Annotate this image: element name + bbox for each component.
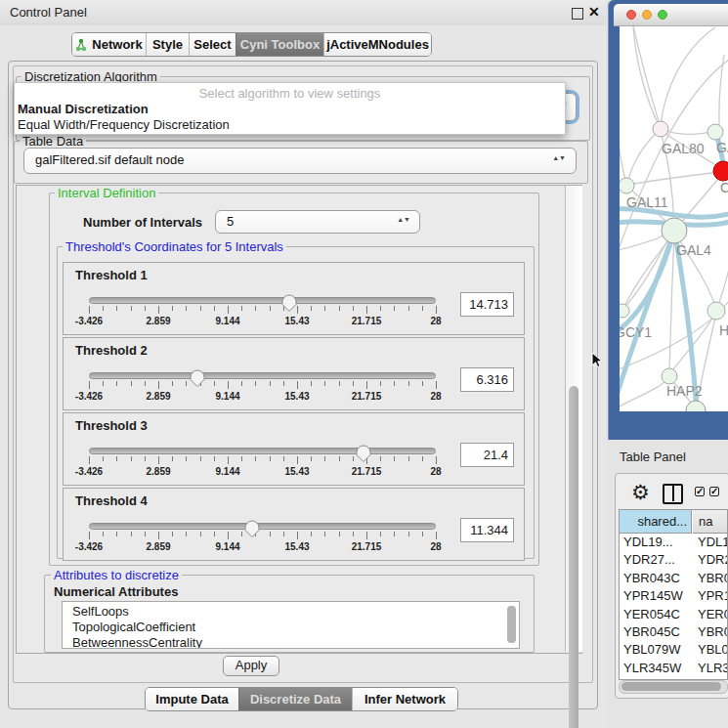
interval-definition-label: Interval Definition: [55, 186, 158, 200]
tick-label: -3.426: [75, 391, 103, 402]
tab-network[interactable]: Network: [72, 33, 146, 56]
threshold-value-field[interactable]: 6.316: [460, 367, 514, 392]
threshold-label: Threshold 2: [75, 343, 148, 358]
network-node[interactable]: [707, 124, 723, 140]
tick-mark: [436, 306, 437, 314]
table-row[interactable]: YLR345WYLR3: [620, 661, 727, 678]
vertical-scrollbar[interactable]: [565, 186, 582, 652]
network-node[interactable]: [713, 161, 728, 181]
column-header-shared-name[interactable]: shared...: [620, 510, 692, 534]
tick-mark: [394, 306, 395, 311]
table-data-combobox[interactable]: galFiltered.sif default node ▲▼: [23, 148, 577, 174]
tick-label: 28: [430, 316, 441, 326]
tab-style[interactable]: Style: [146, 33, 189, 56]
threshold-value-field[interactable]: 14.713: [460, 292, 514, 317]
attributes-scrollbar-thumb[interactable]: [507, 606, 516, 643]
tab-infer-network[interactable]: Infer Network: [352, 688, 457, 710]
table-row[interactable]: YBL079WYBL0: [620, 642, 727, 660]
columns-icon[interactable]: [663, 484, 683, 504]
tick-mark: [186, 306, 187, 311]
tick-label: 21.715: [352, 466, 382, 477]
tick-mark: [131, 532, 132, 536]
attribute-item-betweennesscentrality[interactable]: BetweennessCentrality: [72, 635, 202, 649]
checkbox-icon[interactable]: ✓: [709, 487, 719, 496]
cell-shared-name: YBR043C: [623, 571, 680, 585]
network-edge: [633, 26, 659, 121]
table-row[interactable]: YBR043CYBR0: [620, 571, 727, 588]
tick-mark: [283, 456, 284, 461]
tick-mark: [131, 306, 132, 311]
tick-mark: [380, 532, 381, 536]
threshold-value-field[interactable]: 21.4: [460, 443, 514, 467]
column-header-name[interactable]: na: [693, 510, 728, 534]
slider-thumb[interactable]: [280, 293, 298, 313]
attributes-group-label: Attributes to discretize: [51, 568, 182, 582]
vertical-scrollbar-thumb[interactable]: [569, 386, 578, 728]
close-traffic-light-icon[interactable]: [626, 10, 636, 20]
tick-label: 9.144: [215, 541, 239, 552]
table-row[interactable]: YER054CYER0: [620, 607, 727, 624]
slider-thumb[interactable]: [243, 519, 261, 538]
table-body: YDL19...YDL1YDR27...YDR2YBR043CYBR0YPR14…: [620, 535, 727, 679]
network-node[interactable]: [707, 302, 725, 320]
checkbox-icon[interactable]: ✓: [695, 487, 705, 496]
slider-thumb[interactable]: [189, 368, 206, 388]
tick-label: 15.43: [284, 391, 309, 402]
tick-label: 28: [430, 391, 441, 402]
network-node[interactable]: [662, 368, 677, 384]
table-row[interactable]: YPR145WYPR1: [620, 588, 727, 606]
network-canvas[interactable]: GAL80GACGAL11GAL4GCY1HHAP2: [620, 26, 728, 411]
tick-mark: [214, 381, 215, 386]
attribute-item-selfloops[interactable]: SelfLoops: [72, 604, 129, 619]
dropdown-option-manual[interactable]: Manual Discretization: [18, 102, 149, 116]
attribute-item-topologicalcoefficient[interactable]: TopologicalCoefficient: [72, 620, 195, 634]
tick-mark: [436, 456, 437, 464]
slider-track[interactable]: [89, 523, 436, 530]
tick-mark: [324, 306, 325, 311]
threshold-value-field[interactable]: 11.344: [460, 518, 514, 542]
table-data-selected-value: galFiltered.sif default node: [35, 152, 184, 167]
numerical-attributes-label: Numerical Attributes: [54, 584, 178, 599]
network-node[interactable]: [620, 304, 629, 318]
tick-label: 9.144: [215, 391, 239, 402]
tab-discretize-data[interactable]: Discretize Data: [238, 688, 352, 710]
horizontal-scrollbar-thumb[interactable]: [621, 682, 721, 691]
minimize-traffic-light-icon[interactable]: [642, 10, 652, 20]
slider-track[interactable]: [89, 297, 436, 304]
tick-mark: [436, 381, 437, 389]
cell-name: YER0: [698, 607, 727, 621]
threshold-label: Threshold 1: [75, 268, 148, 282]
tab-cyni-toolbox[interactable]: Cyni Toolbox: [236, 33, 323, 56]
network-node[interactable]: [620, 178, 634, 193]
table-row[interactable]: YDL19...YDL1: [620, 535, 727, 552]
gear-icon[interactable]: ⚙: [631, 481, 650, 504]
tab-label: Cyni Toolbox: [240, 37, 320, 52]
slider-track[interactable]: [89, 372, 436, 379]
tab-label: Infer Network: [364, 692, 446, 707]
number-of-intervals-combobox[interactable]: 5 ▲▼: [215, 210, 420, 234]
table-row[interactable]: YBR045CYBR0: [620, 624, 727, 642]
slider-thumb[interactable]: [355, 444, 372, 463]
network-node[interactable]: [653, 121, 668, 137]
zoom-traffic-light-icon[interactable]: [658, 10, 667, 20]
tick-mark: [339, 306, 340, 311]
network-node[interactable]: [686, 401, 706, 411]
tab-select[interactable]: Select: [189, 33, 236, 56]
table-row[interactable]: YDR27...YDR2: [620, 552, 727, 570]
float-window-icon[interactable]: [572, 8, 583, 20]
horizontal-scrollbar[interactable]: [619, 680, 728, 694]
dropdown-option-equal-width[interactable]: Equal Width/Frequency Discretization: [18, 117, 230, 132]
close-icon[interactable]: ✕: [588, 4, 600, 20]
tab-jactivemnodules[interactable]: jActiveMNodules: [323, 33, 431, 56]
apply-button[interactable]: Apply: [223, 656, 279, 676]
numerical-attributes-list[interactable]: SelfLoopsTopologicalCoefficientBetweenne…: [62, 601, 520, 649]
tick-mark: [145, 381, 146, 386]
tick-label: 2.859: [146, 391, 170, 402]
cell-name: YBR0: [698, 624, 727, 639]
network-node[interactable]: [662, 218, 687, 243]
slider-track[interactable]: [89, 448, 436, 454]
tab-impute-data[interactable]: Impute Data: [146, 688, 238, 710]
tick-mark: [353, 381, 354, 386]
tick-mark: [89, 306, 90, 314]
table-row[interactable]: YIL053CYIL0: [620, 678, 727, 679]
